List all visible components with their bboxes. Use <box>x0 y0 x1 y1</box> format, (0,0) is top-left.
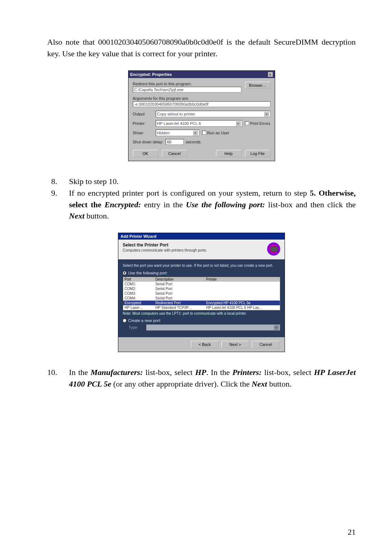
table-row[interactable]: COM4:Serial Port <box>123 296 280 301</box>
checkbox-icon <box>202 131 206 135</box>
step-9-number: 9. <box>51 187 57 199</box>
use-following-port-radio[interactable]: Use the following port: <box>123 271 280 275</box>
printer-label: Printer: <box>133 121 153 126</box>
add-printer-wizard-dialog: Add Printer Wizard Select the Printer Po… <box>118 233 285 352</box>
ok-button[interactable]: OK <box>133 150 158 157</box>
col-description: Description <box>154 277 205 282</box>
chevron-down-icon[interactable]: ▾ <box>193 130 198 135</box>
chevron-down-icon[interactable]: ▾ <box>264 111 269 117</box>
radio-selected-icon <box>123 271 126 275</box>
intro-paragraph: Also note that 000102030405060708090a0b0… <box>47 36 356 60</box>
redirect-label: Redirect this port to this program: <box>133 82 241 86</box>
next-button[interactable]: Next > <box>221 341 249 348</box>
shutdown-delay-label: Shut down delay: <box>133 140 163 144</box>
wizard-instructions: Select the port you want your printer to… <box>123 263 280 268</box>
step-9-text: If no encrypted printer port is configur… <box>69 188 356 221</box>
logfile-button[interactable]: Log File <box>245 150 270 157</box>
encrypted-properties-dialog: Encrypted: Properties × Redirect this po… <box>128 70 275 161</box>
step-10-number: 10. <box>47 367 57 378</box>
output-dropdown[interactable]: Copy stdout to printer ▾ <box>156 111 270 117</box>
wizard-header-sub: Computers communicate with printers thro… <box>123 248 207 252</box>
table-row-selected[interactable]: Encrypted:Redirected PortEncrypted HP 41… <box>123 301 280 305</box>
checkbox-icon <box>245 121 249 125</box>
type-dropdown: ▾ <box>146 324 280 331</box>
back-button[interactable]: < Back <box>191 341 219 348</box>
show-label: Show: <box>133 131 153 135</box>
arguments-label: Arguments for this program are: <box>133 96 270 101</box>
close-icon[interactable]: × <box>268 72 273 77</box>
table-row[interactable]: COM1:Serial Port <box>123 282 280 286</box>
table-row[interactable]: COM2:Serial Port <box>123 286 280 291</box>
cancel-button[interactable]: Cancel <box>162 150 187 157</box>
add-printer-wizard-figure: Add Printer Wizard Select the Printer Po… <box>47 233 356 352</box>
output-value: Copy stdout to printer <box>157 112 195 116</box>
show-dropdown[interactable]: Hidden ▾ <box>156 130 199 136</box>
printer-value: HP LaserJet 4100 PCL 6 <box>157 121 201 126</box>
page-number: 21 <box>348 527 356 537</box>
printer-dropdown[interactable]: HP LaserJet 4100 PCL 6 ▾ <box>156 120 242 127</box>
show-value: Hidden <box>157 131 170 135</box>
output-label: Output <box>133 112 153 116</box>
print-errors-checkbox[interactable]: Print Errors <box>245 121 270 126</box>
shutdown-units: seconds <box>186 140 201 144</box>
redirect-path-input[interactable]: C:\Capella Tech\sm2\pjl.exe <box>133 87 241 93</box>
step-8-number: 8. <box>51 176 57 187</box>
step-10-text: In the Manufacturers: list-box, select H… <box>69 368 356 388</box>
wizard-title: Add Printer Wizard <box>118 233 285 240</box>
shutdown-delay-input[interactable]: 60 <box>166 139 184 145</box>
wizard-header-bold: Select the Printer Port <box>123 242 207 248</box>
printer-icon <box>267 242 280 256</box>
encrypted-properties-figure: Encrypted: Properties × Redirect this po… <box>47 70 356 161</box>
step-8-text: Skip to step 10. <box>69 177 119 186</box>
chevron-down-icon: ▾ <box>274 325 279 330</box>
col-printer: Printer <box>205 277 280 282</box>
create-new-port-radio[interactable]: Create a new port: <box>123 318 280 323</box>
wizard-note: Note: Most computers use the LPT1: port … <box>123 311 280 315</box>
table-row[interactable]: COM3:Serial Port <box>123 291 280 296</box>
radio-icon <box>123 319 126 322</box>
col-port: Port <box>123 277 154 282</box>
help-button[interactable]: Help <box>216 150 241 157</box>
type-label: Type: <box>128 325 143 330</box>
table-row[interactable]: HP Laser…HP Standard TCP/IP…HP LaserJet … <box>123 305 280 310</box>
use-following-port-label: Use the following port: <box>128 271 168 275</box>
run-as-user-label: Run as User <box>207 131 229 135</box>
arguments-input[interactable]: -e 000102030405060708090a0b0c0d0e0f <box>133 101 270 107</box>
browse-button[interactable]: Browse… <box>245 82 270 89</box>
chevron-down-icon[interactable]: ▾ <box>236 121 241 126</box>
create-new-port-label: Create a new port: <box>128 318 161 323</box>
port-table[interactable]: Port Description Printer COM1:Serial Por… <box>123 277 280 310</box>
run-as-user-checkbox[interactable]: Run as User <box>202 131 229 135</box>
print-errors-label: Print Errors <box>250 121 270 126</box>
dialog-title: Encrypted: Properties <box>130 72 172 77</box>
cancel-button[interactable]: Cancel <box>252 341 279 348</box>
